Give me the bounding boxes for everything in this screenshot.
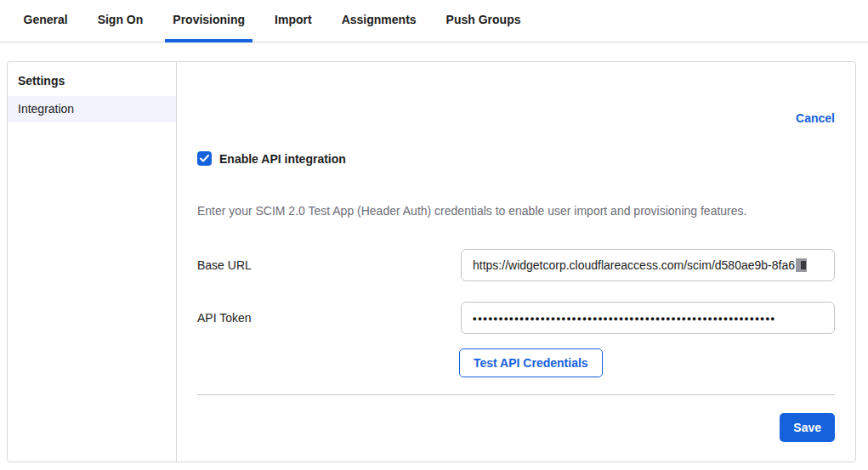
- check-icon: [200, 155, 209, 162]
- cancel-row: Cancel: [197, 111, 835, 125]
- api-token-field-row: API Token ••••••••••••••••••••••••••••••…: [197, 302, 835, 334]
- base-url-value: https://widgetcorp.cloudflareaccess.com/…: [473, 258, 795, 272]
- api-token-masked-value: ••••••••••••••••••••••••••••••••••••••••…: [473, 312, 776, 325]
- sidebar-header-settings: Settings: [8, 72, 176, 96]
- test-api-credentials-button[interactable]: Test API Credentials: [459, 348, 603, 377]
- enable-api-integration-row: Enable API integration: [197, 151, 835, 166]
- tab-assignments[interactable]: Assignments: [334, 0, 424, 42]
- enable-api-integration-label: Enable API integration: [219, 152, 346, 166]
- settings-sidebar: Settings Integration: [8, 62, 177, 462]
- sidebar-item-integration[interactable]: Integration: [8, 96, 176, 122]
- credentials-description: Enter your SCIM 2.0 Test App (Header Aut…: [197, 204, 835, 218]
- form-divider: [197, 394, 835, 395]
- cancel-link[interactable]: Cancel: [796, 111, 835, 125]
- tab-provisioning[interactable]: Provisioning: [165, 0, 252, 42]
- save-button[interactable]: Save: [780, 413, 835, 442]
- tab-push-groups[interactable]: Push Groups: [439, 0, 529, 42]
- save-row: Save: [197, 413, 835, 442]
- integration-settings-content: Cancel Enable API integration Enter your…: [177, 62, 855, 462]
- api-token-input[interactable]: ••••••••••••••••••••••••••••••••••••••••…: [461, 302, 835, 334]
- text-selection-indicator: [796, 258, 807, 272]
- base-url-input[interactable]: https://widgetcorp.cloudflareaccess.com/…: [461, 249, 835, 281]
- base-url-field-row: Base URL https://widgetcorp.cloudflareac…: [197, 249, 835, 281]
- provisioning-panel: Settings Integration Cancel Enable API i…: [7, 61, 856, 462]
- test-credentials-row: Test API Credentials: [197, 348, 835, 377]
- enable-api-integration-checkbox[interactable]: [197, 151, 212, 166]
- api-token-label: API Token: [197, 302, 461, 325]
- tab-general[interactable]: General: [16, 0, 76, 42]
- app-tab-bar: General Sign On Provisioning Import Assi…: [0, 0, 868, 42]
- tab-import[interactable]: Import: [267, 0, 320, 42]
- tab-sign-on[interactable]: Sign On: [90, 0, 151, 42]
- base-url-label: Base URL: [197, 249, 461, 272]
